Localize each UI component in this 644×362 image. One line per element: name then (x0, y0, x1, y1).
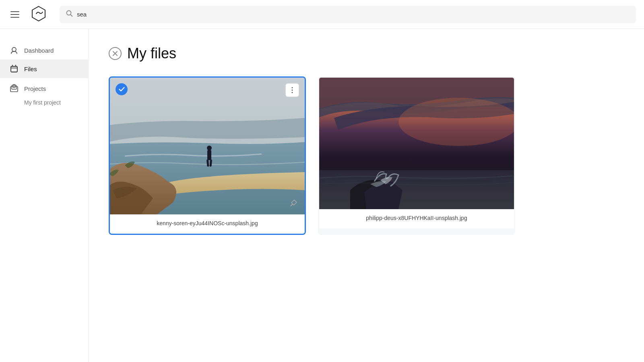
files-icon (10, 64, 19, 73)
file-grid: kenny-soren-eyJu44INOSc-unsplash.jpg (109, 76, 624, 235)
file-pin-1[interactable] (288, 197, 299, 209)
sidebar-item-projects[interactable]: Projects (0, 78, 88, 96)
main-content: My files (89, 29, 644, 362)
svg-point-19 (398, 98, 514, 146)
file-card-2-inner (319, 78, 514, 209)
logo (30, 5, 47, 24)
page-header: My files (109, 45, 624, 62)
svg-point-10 (292, 90, 293, 91)
sidebar: Dashboard Files Projects (0, 29, 89, 362)
svg-point-14 (207, 146, 212, 150)
sidebar-sub-item-first-project[interactable]: My first project (0, 96, 88, 109)
files-label: Files (24, 66, 37, 72)
file-image-2 (319, 78, 514, 209)
close-filter-button[interactable] (109, 47, 122, 60)
projects-icon (10, 84, 19, 94)
file-menu-button-1[interactable] (285, 83, 299, 97)
menu-toggle[interactable] (8, 9, 22, 20)
dashboard-label: Dashboard (24, 47, 54, 54)
file-card-2[interactable]: philipp-deus-x8UFHYHKaII-unsplash.jpg (318, 76, 515, 235)
file-name-2: philipp-deus-x8UFHYHKaII-unsplash.jpg (319, 209, 514, 228)
sidebar-item-files[interactable]: Files (0, 60, 88, 78)
file-card-1-inner (110, 78, 305, 214)
svg-rect-20 (319, 170, 514, 209)
first-project-label: My first project (24, 99, 61, 106)
svg-rect-5 (12, 85, 17, 89)
search-input[interactable] (77, 11, 630, 18)
file-check-1[interactable] (116, 83, 128, 95)
svg-line-1 (70, 14, 72, 16)
svg-point-11 (292, 92, 293, 93)
file-card-1[interactable]: kenny-soren-eyJu44INOSc-unsplash.jpg (109, 76, 306, 235)
dashboard-icon (10, 46, 19, 55)
svg-point-2 (12, 47, 16, 51)
projects-label: Projects (24, 85, 46, 92)
svg-rect-13 (207, 150, 211, 160)
svg-point-9 (292, 87, 293, 88)
search-bar (60, 6, 636, 23)
svg-rect-6 (13, 84, 15, 88)
file-image-1 (110, 78, 305, 214)
file-name-1: kenny-soren-eyJu44INOSc-unsplash.jpg (110, 214, 305, 234)
app-layout: Dashboard Files Projects (0, 29, 644, 362)
svg-rect-3 (11, 66, 17, 72)
sidebar-item-dashboard[interactable]: Dashboard (0, 41, 88, 60)
search-icon (66, 10, 73, 19)
page-title: My files (127, 45, 176, 62)
header (0, 0, 644, 29)
